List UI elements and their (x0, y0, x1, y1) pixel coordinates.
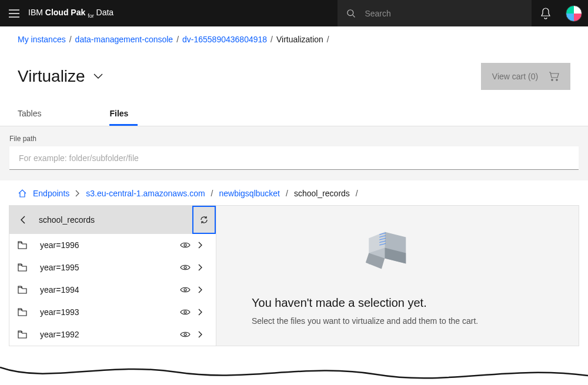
brand-cloudpak: Cloud Pak (45, 8, 85, 17)
crumb-sep: / (176, 35, 179, 44)
folder-row[interactable]: year=1996 (9, 234, 216, 256)
notifications-button[interactable] (532, 0, 560, 26)
hamburger-icon (9, 9, 19, 18)
breadcrumb: My instances / data-management-console /… (0, 26, 588, 52)
expand-button[interactable] (193, 242, 208, 249)
brand-data: Data (96, 8, 114, 17)
preview-button[interactable] (177, 264, 193, 271)
empty-state-desc: Select the files you want to virtualize … (252, 316, 478, 327)
folder-icon (18, 286, 29, 294)
folder-row[interactable]: year=1993 (9, 301, 216, 323)
pathcrumb-host[interactable]: s3.eu-central-1.amazonaws.com (86, 189, 205, 198)
filepath-label: File path (9, 135, 579, 143)
crumb-sep: / (69, 35, 72, 44)
chevron-left-icon (21, 216, 25, 224)
crumb-dmc[interactable]: data-management-console (75, 35, 173, 44)
preview-button[interactable] (177, 286, 193, 293)
crumb-dv-instance[interactable]: dv-1655890436804918 (182, 35, 267, 44)
folder-row[interactable]: year=1992 (9, 323, 216, 346)
preview-button[interactable] (177, 309, 193, 316)
folder-row-label: year=1994 (40, 285, 177, 294)
filepath-panel: File path (0, 126, 588, 180)
pathcrumb-current: school_records (294, 189, 350, 198)
menu-button[interactable] (0, 0, 28, 26)
pathcrumb-bucket[interactable]: newbigsqlbucket (219, 189, 280, 198)
view-cart-button[interactable]: View cart (0) (481, 63, 570, 90)
chevron-down-icon (93, 73, 103, 79)
avatar (566, 5, 582, 22)
page-title[interactable]: Virtualize (18, 67, 103, 86)
back-button[interactable] (18, 216, 28, 224)
svg-point-7 (184, 333, 186, 336)
detail-pane: You haven't made a selection yet. Select… (216, 206, 579, 346)
folder-row-label: year=1995 (40, 263, 177, 272)
bell-icon (540, 8, 551, 19)
pathcrumb-sep: / (356, 189, 358, 198)
pathcrumb-endpoints[interactable]: Endpoints (33, 189, 69, 198)
expand-button[interactable] (193, 309, 208, 316)
avatar-button[interactable] (560, 0, 588, 26)
path-breadcrumb: Endpoints s3.eu-central-1.amazonaws.com … (0, 180, 588, 205)
folder-tree: school_records year=1996year=1995year=19… (9, 206, 216, 346)
svg-point-5 (184, 289, 186, 291)
preview-button[interactable] (177, 242, 193, 249)
expand-button[interactable] (193, 264, 208, 271)
cart-icon (549, 72, 559, 81)
svg-point-1 (552, 79, 553, 81)
empty-state-illustration (365, 229, 412, 282)
folder-header: school_records (9, 206, 216, 234)
torn-edge-decoration (0, 361, 588, 385)
crumb-sep: / (270, 35, 273, 44)
svg-point-2 (556, 79, 558, 81)
pathcrumb-sep: / (286, 189, 288, 198)
svg-point-3 (184, 244, 186, 246)
folder-row[interactable]: year=1995 (9, 256, 216, 279)
page-header: Virtualize View cart (0) (0, 52, 588, 102)
folder-icon (18, 263, 29, 272)
brand: IBM Cloud Pak for Data (28, 8, 113, 19)
refresh-button[interactable] (192, 206, 216, 234)
tab-list: Tables Files (0, 102, 588, 126)
file-browser: school_records year=1996year=1995year=19… (9, 205, 579, 346)
folder-icon (18, 241, 29, 249)
brand-ibm: IBM (28, 8, 43, 17)
pathcrumb-sep: / (211, 189, 213, 198)
expand-button[interactable] (193, 331, 208, 338)
folder-icon (18, 308, 29, 316)
global-search[interactable] (338, 0, 532, 26)
svg-point-4 (184, 266, 186, 269)
brand-for: for (88, 13, 94, 19)
folder-name: school_records (39, 215, 95, 225)
folder-row-label: year=1993 (40, 307, 177, 317)
expand-button[interactable] (193, 286, 208, 293)
crumb-current: Virtualization (276, 35, 323, 44)
folder-row-label: year=1996 (40, 240, 177, 250)
refresh-icon (199, 215, 209, 225)
tab-files[interactable]: Files (109, 102, 138, 126)
folder-icon (18, 330, 29, 339)
search-icon (347, 9, 355, 18)
preview-button[interactable] (177, 331, 193, 338)
filepath-input[interactable] (9, 146, 579, 170)
folder-row[interactable]: year=1994 (9, 279, 216, 301)
crumb-sep: / (327, 35, 329, 44)
svg-point-6 (184, 311, 186, 313)
empty-state-title: You haven't made a selection yet. (252, 296, 427, 310)
tab-tables[interactable]: Tables (18, 102, 51, 126)
global-search-input[interactable] (365, 9, 522, 18)
svg-point-0 (348, 9, 353, 15)
page-title-text: Virtualize (18, 67, 85, 86)
chevron-right-icon (75, 190, 80, 197)
folder-row-label: year=1992 (40, 330, 177, 339)
crumb-my-instances[interactable]: My instances (18, 35, 66, 44)
topbar: IBM Cloud Pak for Data (0, 0, 588, 26)
home-icon[interactable] (18, 189, 27, 198)
view-cart-label: View cart (0) (492, 72, 538, 81)
